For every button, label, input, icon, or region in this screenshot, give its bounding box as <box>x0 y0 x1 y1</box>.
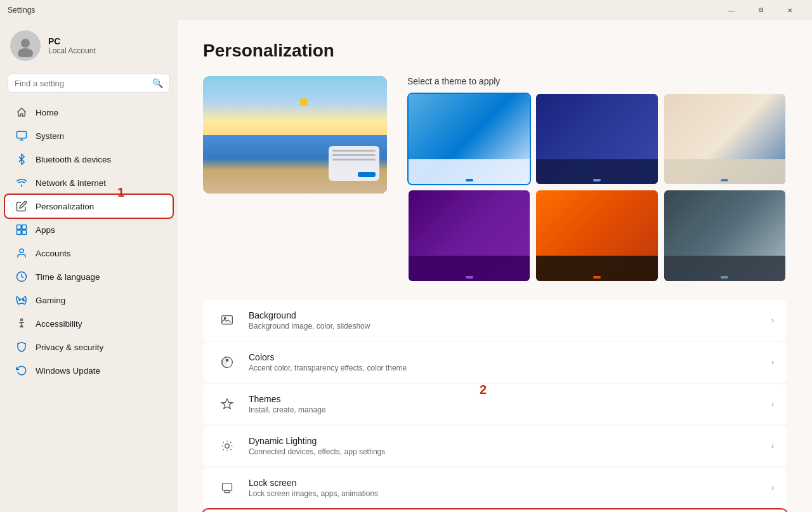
sidebar-item-apps[interactable]: Apps <box>5 218 173 241</box>
chevron-right-icon: › <box>771 358 774 367</box>
chevron-right-icon: › <box>771 400 774 409</box>
theme-6-dot <box>721 276 728 279</box>
system-icon <box>15 129 28 142</box>
svg-line-25 <box>223 449 224 450</box>
chevron-right-icon: › <box>771 316 774 325</box>
apps-icon <box>15 223 28 236</box>
settings-item-colors[interactable]: Colors Accent color, transparency effect… <box>203 342 787 383</box>
settings-item-themes-text: Themes Install, create, manage <box>249 394 761 414</box>
svg-line-26 <box>230 442 231 442</box>
search-input[interactable] <box>15 79 147 88</box>
network-icon <box>15 176 28 189</box>
sidebar-item-accessibility-label: Accessibility <box>36 319 82 329</box>
preview-dialog-line-2 <box>332 154 376 156</box>
sidebar-item-network-label: Network & internet <box>36 178 106 188</box>
settings-item-dynamic-lighting[interactable]: Dynamic Lighting Connected devices, effe… <box>203 426 787 466</box>
privacy-icon <box>15 341 28 353</box>
theme-4[interactable] <box>407 189 531 282</box>
sidebar-item-apps-label: Apps <box>36 225 55 235</box>
settings-item-lock-screen[interactable]: Lock screen Lock screen images, apps, an… <box>203 468 787 508</box>
theme-5[interactable] <box>535 189 658 282</box>
sidebar-item-accessibility[interactable]: Accessibility <box>5 312 173 335</box>
svg-rect-5 <box>17 230 22 235</box>
app-container: PC Local Account 🔍 Home <box>0 20 812 512</box>
theme-2[interactable] <box>535 93 658 185</box>
minimize-button[interactable]: — <box>717 0 746 20</box>
sidebar-item-personalization-label: Personalization <box>36 202 94 211</box>
sidebar-item-personalization[interactable]: Personalization <box>5 195 173 218</box>
settings-item-colors-text: Colors Accent color, transparency effect… <box>249 352 761 372</box>
personalization-icon <box>15 200 28 213</box>
titlebar-controls: — ⧉ ✕ <box>717 0 804 20</box>
maximize-button[interactable]: ⧉ <box>746 0 775 20</box>
theme-2-dot <box>593 179 601 181</box>
preview-dialog-btn <box>358 172 376 177</box>
svg-point-15 <box>224 317 226 319</box>
theme-2-taskbar <box>536 159 657 185</box>
sidebar-item-accounts[interactable]: Accounts <box>5 242 173 265</box>
settings-item-lock-screen-title: Lock screen <box>249 478 761 488</box>
sidebar-item-time[interactable]: Time & language <box>5 265 173 288</box>
theme-5-dot <box>593 276 601 279</box>
theme-grid <box>407 93 787 282</box>
page-title: Personalization <box>203 41 787 61</box>
svg-line-21 <box>223 442 224 442</box>
settings-item-background[interactable]: Background Background image, color, slid… <box>203 300 787 341</box>
sidebar-item-system-label: System <box>36 131 64 141</box>
theme-3-preview <box>664 94 785 184</box>
settings-item-colors-desc: Accent color, transparency effects, colo… <box>249 364 761 372</box>
search-icon: 🔍 <box>152 78 163 88</box>
sidebar-item-bluetooth-label: Bluetooth & devices <box>36 155 111 164</box>
user-info: PC Local Account <box>48 36 96 55</box>
theme-1-dot <box>466 179 473 181</box>
theme-1[interactable] <box>407 93 531 185</box>
close-button[interactable]: ✕ <box>775 0 804 20</box>
sidebar-item-update-label: Windows Update <box>36 366 100 376</box>
theme-3[interactable] <box>663 93 787 185</box>
theme-picker: Select a theme to apply <box>407 76 787 282</box>
preview-image <box>203 76 387 194</box>
gaming-icon <box>15 294 28 306</box>
settings-item-background-title: Background <box>249 310 761 320</box>
sidebar-item-update[interactable]: Windows Update <box>5 359 173 382</box>
theme-2-preview <box>536 94 657 184</box>
settings-item-dynamic-lighting-title: Dynamic Lighting <box>249 436 761 446</box>
user-account-type: Local Account <box>48 46 96 55</box>
colors-icon <box>216 351 239 374</box>
theme-6[interactable] <box>663 189 787 282</box>
sidebar-item-network[interactable]: Network & internet <box>5 171 173 194</box>
sidebar-item-time-label: Time & language <box>36 272 100 282</box>
settings-item-themes[interactable]: Themes Install, create, manage › <box>203 384 787 424</box>
sidebar-item-privacy[interactable]: Privacy & security <box>5 336 173 358</box>
accessibility-icon <box>15 317 28 330</box>
search-box[interactable]: 🔍 <box>8 74 170 93</box>
settings-item-lock-screen-desc: Lock screen images, apps, animations <box>249 489 761 498</box>
sidebar-item-bluetooth[interactable]: Bluetooth & devices <box>5 148 173 171</box>
settings-item-dynamic-lighting-text: Dynamic Lighting Connected devices, effe… <box>249 436 761 456</box>
background-icon <box>216 309 239 332</box>
theme-3-taskbar <box>664 159 785 185</box>
time-icon <box>15 270 28 283</box>
sidebar-item-home[interactable]: Home <box>5 101 173 124</box>
sidebar-item-home-label: Home <box>36 108 58 117</box>
theme-section: Select a theme to apply <box>203 76 787 282</box>
settings-list: Background Background image, color, slid… <box>203 300 787 512</box>
settings-item-text-input[interactable]: Text input Touch keyboard, voice typing,… <box>203 509 787 512</box>
user-profile[interactable]: PC Local Account <box>0 20 178 74</box>
sidebar-item-gaming[interactable]: Gaming <box>5 289 173 312</box>
lock-screen-icon <box>216 476 239 499</box>
svg-point-12 <box>23 300 25 301</box>
preview-dialog-line-1 <box>332 150 376 152</box>
content-area: Personalization Select <box>178 20 812 512</box>
sidebar: PC Local Account 🔍 Home <box>0 20 178 512</box>
settings-item-background-desc: Background image, color, slideshow <box>249 322 761 331</box>
settings-item-themes-title: Themes <box>249 394 761 404</box>
sidebar-item-system[interactable]: System <box>5 124 173 147</box>
settings-item-colors-title: Colors <box>249 352 761 362</box>
svg-rect-27 <box>223 483 232 490</box>
home-icon <box>15 106 28 119</box>
theme-4-preview <box>409 190 530 280</box>
sidebar-item-accounts-label: Accounts <box>36 249 71 258</box>
svg-rect-6 <box>22 230 27 235</box>
accounts-icon <box>15 247 28 259</box>
